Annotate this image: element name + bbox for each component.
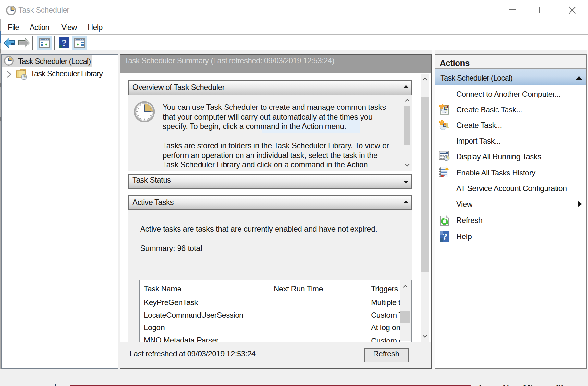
svg-text:?: ?	[62, 37, 67, 48]
svg-text:?: ?	[443, 231, 447, 242]
